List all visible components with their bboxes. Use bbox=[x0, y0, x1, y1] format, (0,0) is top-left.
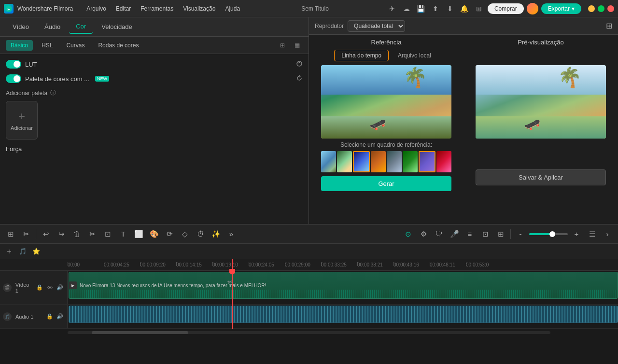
tab-velocidade[interactable]: Velocidade bbox=[95, 20, 139, 33]
transform-icon[interactable]: ⊞ bbox=[494, 227, 507, 241]
menu-visualizacao[interactable]: Visualização bbox=[179, 4, 219, 13]
panel-layout-icon[interactable]: ▦ bbox=[291, 40, 303, 51]
filmstrip-frame-2[interactable] bbox=[337, 151, 352, 172]
export-button[interactable]: Exportar ▾ bbox=[541, 3, 581, 14]
tab-cor[interactable]: Cor bbox=[69, 20, 93, 34]
zoom-in-icon[interactable]: + bbox=[570, 227, 583, 241]
filmstrip-frame-8[interactable] bbox=[436, 151, 451, 172]
audio-speaker-icon[interactable]: 🔊 bbox=[56, 312, 64, 321]
subtab-hsl[interactable]: HSL bbox=[37, 40, 57, 51]
project-title: Sem Titulo bbox=[248, 5, 382, 12]
download-icon[interactable]: ⬇ bbox=[444, 3, 456, 14]
menu-arquivo[interactable]: Arquivo bbox=[83, 4, 110, 13]
audio-adj-icon[interactable]: ≡ bbox=[463, 227, 477, 241]
more-icon[interactable]: » bbox=[225, 227, 238, 241]
filmstrip-frame-7[interactable] bbox=[419, 151, 435, 172]
palette-reset-icon[interactable] bbox=[296, 75, 303, 83]
svg-text:F: F bbox=[7, 7, 10, 12]
gerar-button[interactable]: Gerar bbox=[321, 176, 451, 191]
lut-toggle[interactable] bbox=[6, 60, 21, 69]
undo-icon[interactable]: ↩ bbox=[39, 227, 53, 241]
video-clip[interactable]: ▶ Novo Filmora.13 Novos recursos de IA U… bbox=[69, 272, 618, 299]
save-icon[interactable]: 💾 bbox=[415, 3, 427, 14]
speed-icon[interactable]: ⏱ bbox=[194, 227, 207, 241]
audio-track-content[interactable] bbox=[68, 305, 618, 328]
user-avatar[interactable] bbox=[527, 3, 538, 14]
captions-icon[interactable]: ⊡ bbox=[478, 227, 492, 241]
menu-ferramentas[interactable]: Ferramentas bbox=[137, 4, 177, 13]
filmstrip-frame-5[interactable] bbox=[387, 151, 402, 172]
filmstrip-frame-4[interactable] bbox=[371, 151, 386, 172]
skater-person: 🛹 bbox=[369, 118, 386, 131]
ref-tab-local[interactable]: Arquivo local bbox=[391, 50, 438, 61]
add-video-track-button[interactable]: + bbox=[4, 246, 14, 257]
ref-tab-timeline[interactable]: Linha do tempo bbox=[334, 50, 389, 61]
subtab-curvas[interactable]: Curvas bbox=[61, 40, 89, 51]
filmstrip-frame-1[interactable] bbox=[321, 151, 336, 172]
timeline-right-controls: ⊙ ⚙ 🛡 🎤 ≡ ⊡ ⊞ - + ☰ › bbox=[401, 227, 614, 241]
tab-audio[interactable]: Áudio bbox=[38, 20, 67, 33]
shield-icon[interactable]: 🛡 bbox=[432, 227, 446, 241]
adjust-icon[interactable]: ⚙ bbox=[417, 227, 430, 241]
redo-icon[interactable]: ↪ bbox=[55, 227, 68, 241]
crop-icon[interactable]: ⊡ bbox=[101, 227, 114, 241]
audio-clip[interactable] bbox=[69, 306, 618, 323]
maximize-button[interactable] bbox=[598, 5, 604, 12]
mic-icon[interactable]: 🎤 bbox=[448, 227, 461, 241]
share-icon[interactable]: ✈ bbox=[386, 3, 398, 14]
titlebar-actions: ✈ ☁ 💾 ⬆ ⬇ 🔔 ⊞ Comprar Exportar ▾ bbox=[386, 3, 614, 14]
filmstrip[interactable] bbox=[321, 151, 451, 172]
separator bbox=[36, 229, 36, 239]
apps-icon[interactable]: ⊞ bbox=[473, 3, 485, 14]
zoom-slider[interactable] bbox=[529, 233, 568, 235]
palette-toggle[interactable] bbox=[6, 74, 21, 83]
scenes-icon[interactable]: ⊞ bbox=[4, 227, 17, 241]
video-waveform bbox=[69, 290, 618, 298]
keyframe-icon[interactable]: ◇ bbox=[178, 227, 192, 241]
text-icon[interactable]: T bbox=[116, 227, 130, 241]
cut-icon[interactable]: ✂ bbox=[85, 227, 99, 241]
grid-layout-icon[interactable]: ⊞ bbox=[606, 21, 612, 30]
tab-video[interactable]: Vídeo bbox=[6, 20, 36, 33]
subtab-basico[interactable]: Básico bbox=[6, 40, 33, 51]
zoom-out-icon[interactable]: - bbox=[514, 227, 527, 241]
quality-select[interactable]: Qualidade total1/21/4 bbox=[348, 20, 405, 32]
speaker-icon[interactable]: 🔊 bbox=[56, 283, 64, 292]
subtab-rodas[interactable]: Rodas de cores bbox=[93, 40, 143, 51]
filmstrip-frame-6[interactable] bbox=[403, 151, 418, 172]
add-palette-button[interactable]: + Adicionar bbox=[6, 101, 38, 140]
bell-icon[interactable]: 🔔 bbox=[459, 3, 470, 14]
lock-icon[interactable]: 🔒 bbox=[35, 283, 44, 292]
list-view-icon[interactable]: ☰ bbox=[585, 227, 599, 241]
menu-ajuda[interactable]: Ajuda bbox=[221, 4, 244, 13]
upload-icon[interactable]: ⬆ bbox=[430, 3, 441, 14]
magnet-icon[interactable]: ⊙ bbox=[401, 227, 415, 241]
preview-title: Pré-visualização bbox=[518, 39, 563, 46]
ai-icon[interactable]: ✨ bbox=[209, 227, 223, 241]
timeline-ruler: 00:00 00:00:04:25 00:00:09:20 00:00:14:1… bbox=[0, 259, 618, 271]
frame-icon[interactable]: ⬜ bbox=[132, 227, 145, 241]
ruler-mark-6: 00:00:29:00 bbox=[285, 262, 321, 267]
cloud-icon[interactable]: ☁ bbox=[401, 3, 412, 14]
delete-icon[interactable]: 🗑 bbox=[70, 227, 84, 241]
ruler-mark-2: 00:00:09:20 bbox=[140, 262, 176, 267]
video-track-content[interactable]: ▶ Novo Filmora.13 Novos recursos de IA U… bbox=[68, 271, 618, 304]
edit-icon[interactable]: ✂ bbox=[19, 227, 33, 241]
motion-icon[interactable]: ⟳ bbox=[163, 227, 176, 241]
audio-lock-icon[interactable]: 🔒 bbox=[45, 312, 54, 321]
lut-reset-icon[interactable] bbox=[296, 60, 303, 69]
filmstrip-frame-3[interactable] bbox=[353, 151, 370, 172]
buy-button[interactable]: Comprar bbox=[488, 3, 524, 14]
timeline-scrollbar[interactable] bbox=[0, 329, 618, 336]
scroll-thumb[interactable] bbox=[92, 331, 188, 334]
add-audio-track-button[interactable]: 🎵 bbox=[17, 246, 28, 257]
minimize-button[interactable] bbox=[588, 5, 595, 12]
add-special-track-button[interactable]: ⭐ bbox=[31, 246, 42, 257]
close-button[interactable] bbox=[607, 5, 614, 12]
paint-icon[interactable]: 🎨 bbox=[147, 227, 161, 241]
menu-editar[interactable]: Editar bbox=[112, 4, 135, 13]
chevron-icon[interactable]: › bbox=[601, 227, 614, 241]
expand-icon[interactable]: ⊞ bbox=[277, 40, 288, 51]
eye-icon[interactable]: 👁 bbox=[45, 283, 54, 292]
salvar-button[interactable]: Salvar & Aplicar bbox=[476, 169, 606, 185]
